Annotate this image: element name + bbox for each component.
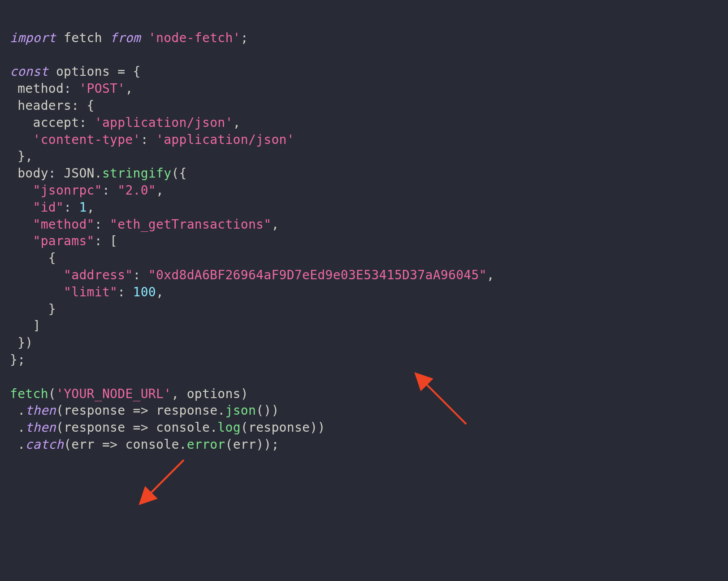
code-line: .catch(err => console.error(err)); <box>10 437 279 452</box>
code-line: body: JSON.stringify({ <box>10 166 187 181</box>
annotation-arrow-icon <box>410 336 473 462</box>
code-line: ] <box>10 318 41 333</box>
svg-line-0 <box>417 375 466 424</box>
code-line: }; <box>10 352 25 367</box>
code-line: .then(response => response.json()) <box>10 403 279 418</box>
svg-line-1 <box>141 460 184 503</box>
code-line: .then(response => console.log(response)) <box>10 420 325 435</box>
code-line: "method": "eth_getTransactions", <box>10 217 279 232</box>
code-line: accept: 'application/json', <box>10 115 241 130</box>
code-line: { <box>10 251 56 265</box>
code-line: } <box>10 302 56 317</box>
code-line: "id": 1, <box>10 200 95 215</box>
code-line: "address": "0xd8dA6BF26964aF9D7eEd9e03E5… <box>10 268 494 282</box>
address-string: "0xd8dA6BF26964aF9D7eEd9e03E53415D37aA96… <box>148 268 487 282</box>
code-line: "jsonrpc": "2.0", <box>10 183 164 198</box>
code-block: import fetch from 'node-fetch'; const op… <box>0 0 728 568</box>
your-node-url-string: 'YOUR_NODE_URL' <box>56 386 171 401</box>
code-line: }, <box>10 149 33 164</box>
code-line: method: 'POST', <box>10 81 133 96</box>
code-line: fetch('YOUR_NODE_URL', options) <box>10 386 248 401</box>
code-line: headers: { <box>10 98 95 113</box>
code-line: "params": [ <box>10 234 117 248</box>
code-line: }) <box>10 335 33 350</box>
code-line: "limit": 100, <box>10 285 164 299</box>
code-line: import fetch from 'node-fetch'; <box>10 30 248 45</box>
code-line: const options = { <box>10 64 141 79</box>
code-line: 'content-type': 'application/json' <box>10 132 295 147</box>
